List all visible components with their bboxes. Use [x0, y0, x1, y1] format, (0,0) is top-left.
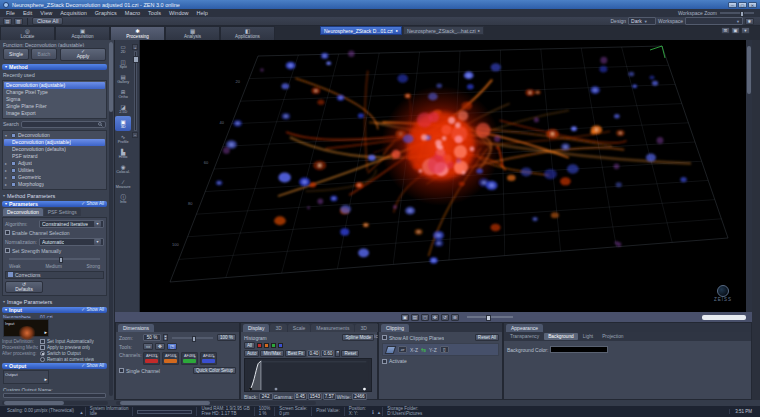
tree-node-adjust[interactable]: ▸ Adjust — [4, 160, 105, 167]
dock-panel-icon[interactable]: ▣ — [731, 27, 740, 34]
batch-button[interactable]: Batch — [31, 48, 57, 60]
rotate-icon[interactable]: ↺ — [441, 314, 449, 321]
view-button-gallery[interactable]: ▤Gallery — [115, 71, 131, 86]
search-input[interactable] — [21, 121, 106, 128]
tab-analysis[interactable]: ▦ Analysis — [165, 26, 220, 40]
menu-window[interactable]: Window — [165, 10, 193, 16]
view-button-3d[interactable]: ▣3D — [115, 116, 131, 131]
channel-chip-red[interactable] — [257, 343, 262, 348]
tab-acquisition[interactable]: ▣ Acquisition — [55, 26, 110, 40]
open-icon[interactable]: ▥ — [14, 18, 23, 25]
tab-dimensions[interactable]: Dimensions — [118, 324, 154, 332]
close-icon[interactable]: ✕ — [193, 355, 196, 359]
bestfit-low-field[interactable]: 0.40 — [307, 350, 320, 357]
expand-arrow-icon[interactable]: ▾ — [5, 132, 9, 139]
parameters-section-header[interactable]: ▾ Parameters ✓ Show All — [2, 201, 107, 207]
zoom-stepper[interactable]: ▲▼ — [163, 334, 168, 341]
bestfit-high-field[interactable]: 0.60 — [321, 350, 334, 357]
enable-channel-checkbox[interactable] — [5, 230, 10, 235]
tab-applications[interactable]: ◧ Applications — [220, 26, 275, 40]
zoom-value-field[interactable]: 50 % — [143, 334, 161, 341]
pin-icon[interactable]: ● — [478, 28, 480, 33]
remain-view-radio[interactable] — [40, 357, 45, 362]
zoom-in-button[interactable]: + — [132, 44, 138, 50]
tab-psf-settings[interactable]: PSF Settings — [44, 208, 81, 216]
close-icon[interactable]: ✕ — [212, 355, 215, 359]
menu-edit[interactable]: Edit — [19, 10, 36, 16]
pan-icon[interactable]: ✥ — [431, 314, 439, 321]
zoom-out-button[interactable]: − — [132, 132, 138, 138]
minmax-button[interactable]: Min/Max — [260, 350, 283, 357]
histogram-plot[interactable] — [244, 358, 372, 392]
tab-light[interactable]: Light — [579, 333, 597, 340]
workspace-dropdown[interactable]: ▼ — [685, 17, 743, 25]
tab-measurements[interactable]: Measurements — [311, 324, 354, 332]
menu-acquisition[interactable]: Acquisition — [56, 10, 91, 16]
background-color-swatch[interactable] — [550, 346, 608, 353]
tab-deconvolution[interactable]: Deconvolution — [3, 208, 43, 216]
channel-chip-green[interactable] — [271, 343, 276, 348]
movie-icon[interactable]: ▤ — [411, 314, 419, 321]
menu-tools[interactable]: Tools — [144, 10, 165, 16]
menu-view[interactable]: View — [36, 10, 56, 16]
tree-node-geometric[interactable]: ▸ Geometric — [4, 174, 105, 181]
view-button-histo[interactable]: ▙Histo — [115, 146, 131, 161]
view-button-measure[interactable]: ∕Measure — [115, 176, 131, 191]
tab-scale[interactable]: Scale — [288, 324, 311, 332]
view-button-2d[interactable]: ▭2D — [115, 41, 131, 56]
gamma-field[interactable]: 0.45 — [294, 393, 307, 400]
channel-toggle-af568[interactable]: AF568 ✕ — [162, 352, 179, 365]
tab-projection[interactable]: Projection — [598, 333, 627, 340]
viewer-vertical-scrollbar[interactable] — [746, 40, 752, 312]
save-icon[interactable]: ▤ — [3, 18, 12, 25]
show-all-toggle[interactable]: ✓ Show All — [81, 201, 104, 206]
tab-transparency[interactable]: Transparency — [506, 333, 543, 340]
tree-node-deconvolution[interactable]: ▾ Deconvolution — [4, 132, 105, 139]
channel-toggle-af405[interactable]: AF405 ✕ — [200, 352, 217, 365]
tree-node[interactable]: Deconvolution (adjustable) — [4, 139, 105, 146]
set-strength-checkbox[interactable] — [5, 248, 10, 253]
switch-to-output-radio[interactable] — [40, 351, 45, 356]
auto-button[interactable]: Auto — [244, 350, 259, 357]
method-section-header[interactable]: ▾ Method — [2, 64, 107, 70]
chevron-down-icon[interactable]: ▼ — [335, 350, 340, 357]
show-planes-checkbox[interactable] — [382, 335, 387, 340]
spline-mode-button[interactable]: Spline Mode — [342, 334, 374, 341]
view-button-split[interactable]: ◫Split — [115, 56, 131, 71]
view-button-ortho[interactable]: ⊞Ortho — [115, 86, 131, 101]
tab-locate[interactable]: ◎ Locate — [0, 26, 55, 40]
clipping-plane-row[interactable]: ▱ X-Z ⇆ Y-Z ▯ — [382, 343, 499, 356]
zoom-slider[interactable] — [172, 337, 213, 339]
image-canvas[interactable]: 20406080100 ZEISS — [140, 40, 746, 312]
pin-icon[interactable]: ● — [395, 28, 397, 33]
expand-arrow-icon[interactable]: ▸ — [5, 160, 9, 167]
set-input-auto-checkbox[interactable] — [40, 339, 45, 344]
menu-graphics[interactable]: Graphics — [91, 10, 121, 16]
show-all-toggle[interactable]: ✓ Show All — [81, 363, 104, 368]
range-high-field[interactable]: 7.57 — [323, 393, 336, 400]
output-section-header[interactable]: ▾ Output ✓ Show All — [2, 363, 107, 369]
tree-node[interactable]: Deconvolution (defaults) — [4, 146, 105, 153]
view-button-colocal[interactable]: ◉Colocal. — [115, 161, 131, 176]
reset-button[interactable]: Reset — [341, 350, 359, 357]
plane-toggle[interactable]: ▯ — [440, 346, 449, 353]
tool-rotate-button[interactable]: ◳ — [167, 343, 177, 350]
tab-processing[interactable]: ✱ Processing — [110, 26, 165, 40]
corrections-section[interactable]: Corrections — [5, 271, 104, 279]
view-button-info[interactable]: ⓘInfo — [115, 191, 131, 206]
list-item[interactable]: Change Pixel Type — [4, 89, 105, 96]
view-button-profile[interactable]: ∿Profile — [115, 131, 131, 146]
minimize-button[interactable]: ─ — [728, 2, 737, 8]
tab-display[interactable]: Display — [243, 324, 269, 332]
channel-chip-blue[interactable] — [278, 343, 283, 348]
snapshot-icon[interactable]: ▣ — [401, 314, 409, 321]
tab-background[interactable]: Background — [544, 333, 578, 340]
image-parameters-header[interactable]: ▾ Image Parameters — [2, 297, 107, 306]
normalization-dropdown[interactable]: Automatic▼ — [39, 238, 104, 246]
input-section-header[interactable]: ▾ Input ✓ Show All — [2, 307, 107, 313]
menu-file[interactable]: File — [2, 10, 19, 16]
reset-all-button[interactable]: Reset All — [475, 334, 499, 341]
algorithm-dropdown[interactable]: Constrained Iterative▼ — [39, 220, 104, 228]
list-item[interactable]: Image Export — [4, 110, 105, 117]
expand-arrow-icon[interactable]: ▸ — [5, 167, 9, 174]
